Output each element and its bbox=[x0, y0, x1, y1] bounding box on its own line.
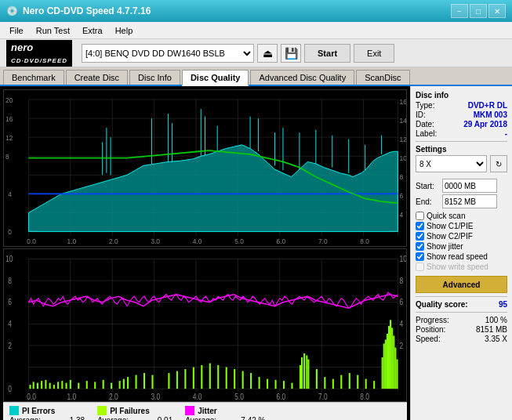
jitter-label: Jitter bbox=[198, 407, 216, 415]
disc-date-row: Date: 29 Apr 2018 bbox=[416, 120, 507, 129]
settings-title: Settings bbox=[416, 145, 507, 154]
menu-extra[interactable]: Extra bbox=[76, 24, 109, 37]
top-chart-svg: 20 16 12 8 4 0 16 14 12 10 8 6 4 0.0 1.0… bbox=[4, 90, 406, 246]
titlebar-title: 💿 Nero CD-DVD Speed 4.7.7.16 bbox=[6, 5, 151, 16]
menubar: File Run Test Extra Help bbox=[0, 22, 512, 39]
pi-errors-group: PI Errors Average: 1.38 Maximum: 15 Tota… bbox=[9, 406, 85, 420]
pi-errors-avg: Average: 1.38 bbox=[9, 416, 85, 420]
svg-text:0.0: 0.0 bbox=[27, 393, 36, 401]
svg-rect-141 bbox=[396, 359, 398, 389]
pi-errors-avg-label: Average: bbox=[9, 416, 41, 420]
quick-scan-label: Quick scan bbox=[427, 212, 465, 220]
eject-button[interactable]: ⏏ bbox=[257, 44, 278, 63]
svg-rect-134 bbox=[385, 339, 387, 389]
show-c2-checkbox[interactable] bbox=[416, 232, 424, 241]
svg-rect-138 bbox=[391, 328, 393, 389]
jitter-avg-value: 7.42 % bbox=[227, 416, 266, 420]
settings-refresh-button[interactable]: ↻ bbox=[490, 155, 507, 172]
start-row: Start: bbox=[416, 179, 507, 193]
minimize-button[interactable]: − bbox=[451, 4, 468, 18]
svg-rect-87 bbox=[53, 385, 55, 389]
svg-rect-106 bbox=[193, 367, 194, 389]
disc-type-label: Type: bbox=[416, 101, 434, 110]
tab-benchmark[interactable]: Benchmark bbox=[3, 70, 64, 85]
progress-row: Progress: 100 % bbox=[416, 316, 507, 324]
start-button[interactable]: Start bbox=[304, 44, 350, 63]
menu-run-test[interactable]: Run Test bbox=[30, 24, 76, 37]
svg-rect-84 bbox=[41, 381, 42, 389]
close-button[interactable]: ✕ bbox=[488, 4, 506, 18]
disc-id-value: MKM 003 bbox=[474, 110, 507, 119]
svg-text:1.0: 1.0 bbox=[67, 393, 77, 401]
save-button[interactable]: 💾 bbox=[281, 44, 301, 63]
advanced-button[interactable]: Advanced bbox=[416, 276, 507, 293]
tab-disc-info[interactable]: Disc Info bbox=[129, 70, 180, 85]
exit-button[interactable]: Exit bbox=[354, 44, 394, 63]
svg-rect-85 bbox=[45, 379, 46, 388]
menu-help[interactable]: Help bbox=[109, 24, 140, 37]
svg-rect-123 bbox=[307, 359, 309, 389]
end-input[interactable] bbox=[442, 194, 497, 208]
pi-failures-legend bbox=[97, 406, 107, 415]
maximize-button[interactable]: □ bbox=[470, 4, 487, 18]
jitter-avg: Average: 7.42 % bbox=[185, 416, 265, 420]
show-c1-row: Show C1/PIE bbox=[416, 222, 507, 230]
drive-select[interactable]: [4:0] BENQ DVD DD DW1640 BSLB bbox=[82, 44, 254, 63]
svg-rect-93 bbox=[86, 381, 88, 389]
svg-text:3.0: 3.0 bbox=[151, 393, 160, 401]
svg-rect-94 bbox=[94, 382, 96, 389]
show-write-speed-row: Show write speed bbox=[416, 262, 507, 271]
svg-rect-102 bbox=[151, 375, 153, 389]
svg-text:3.0: 3.0 bbox=[151, 237, 160, 246]
tab-advanced-disc-quality[interactable]: Advanced Disc Quality bbox=[250, 70, 354, 85]
svg-text:4: 4 bbox=[8, 190, 12, 198]
svg-text:16: 16 bbox=[5, 114, 13, 123]
svg-rect-112 bbox=[242, 371, 244, 389]
quick-scan-row: Quick scan bbox=[416, 212, 507, 220]
menu-file[interactable]: File bbox=[3, 24, 30, 37]
toolbar: neroCD·DVD/SPEED [4:0] BENQ DVD DD DW164… bbox=[0, 39, 512, 67]
main-content: 20 16 12 8 4 0 16 14 12 10 8 6 4 0.0 1.0… bbox=[0, 86, 512, 420]
pi-errors-avg-value: 1.38 bbox=[45, 416, 85, 420]
svg-rect-82 bbox=[33, 382, 34, 389]
svg-text:10: 10 bbox=[400, 255, 406, 263]
svg-text:8: 8 bbox=[5, 152, 9, 161]
tab-scandisc[interactable]: ScanDisc bbox=[356, 70, 409, 85]
titlebar: 💿 Nero CD-DVD Speed 4.7.7.16 − □ ✕ bbox=[0, 0, 512, 22]
start-input[interactable] bbox=[442, 179, 497, 193]
svg-rect-99 bbox=[127, 377, 129, 389]
show-c1-checkbox[interactable] bbox=[416, 222, 424, 230]
right-panel: Disc info Type: DVD+R DL ID: MKM 003 Dat… bbox=[410, 86, 512, 420]
svg-rect-83 bbox=[37, 382, 38, 389]
svg-rect-118 bbox=[291, 382, 292, 389]
svg-text:2.0: 2.0 bbox=[109, 237, 118, 246]
pi-failures-title: PI Failures bbox=[97, 406, 172, 415]
jitter-legend bbox=[185, 406, 194, 415]
position-row: Position: 8151 MB bbox=[416, 325, 507, 334]
quick-scan-checkbox[interactable] bbox=[416, 212, 424, 220]
show-read-speed-checkbox[interactable] bbox=[416, 252, 424, 261]
svg-text:8.0: 8.0 bbox=[360, 237, 369, 246]
app-icon: 💿 bbox=[6, 5, 18, 16]
svg-rect-114 bbox=[259, 377, 260, 389]
svg-rect-95 bbox=[103, 379, 104, 388]
disc-type-row: Type: DVD+R DL bbox=[416, 101, 507, 110]
show-write-speed-checkbox[interactable] bbox=[416, 262, 424, 271]
svg-rect-116 bbox=[274, 379, 276, 388]
svg-rect-107 bbox=[201, 365, 202, 389]
speed-value: 3.35 X bbox=[485, 335, 507, 343]
pi-errors-label: PI Errors bbox=[22, 407, 55, 415]
svg-rect-115 bbox=[267, 378, 268, 389]
svg-text:5.0: 5.0 bbox=[234, 393, 244, 401]
speed-select[interactable]: 8 X bbox=[416, 155, 487, 172]
tab-create-disc[interactable]: Create Disc bbox=[66, 70, 128, 85]
show-jitter-checkbox[interactable] bbox=[416, 242, 424, 251]
svg-rect-113 bbox=[250, 373, 252, 389]
tab-disc-quality[interactable]: Disc Quality bbox=[182, 70, 249, 86]
svg-rect-109 bbox=[217, 365, 219, 389]
svg-text:1.0: 1.0 bbox=[67, 237, 77, 246]
svg-rect-111 bbox=[234, 369, 235, 389]
show-c2-row: Show C2/PIF bbox=[416, 232, 507, 241]
divider-1 bbox=[416, 141, 507, 142]
svg-rect-91 bbox=[70, 379, 71, 388]
